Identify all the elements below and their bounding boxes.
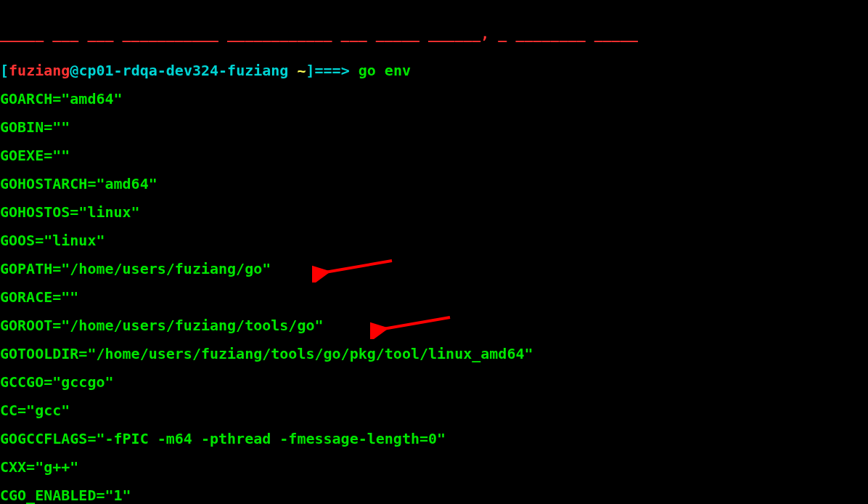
env-line: GCCGO="gccgo" [0,368,868,397]
prompt-user: fuziang [9,62,70,79]
env-line: CXX="g++" [0,453,868,481]
truncated-header-line: _____ ___ ___ ___________ ____________ _… [0,20,868,48]
env-line: GOHOSTARCH="amd64" [0,170,868,198]
prompt-tilde: ~ [297,62,306,79]
annotation-arrow-icon [312,256,399,283]
env-line: CGO_ENABLED="1" [0,481,868,504]
env-output: GOARCH="amd64"GOBIN=""GOEXE=""GOHOSTARCH… [0,85,868,504]
annotation-arrow-icon [370,313,457,339]
env-line: GOARCH="amd64" [0,85,868,113]
env-line: GOOS="linux" [0,227,868,255]
prompt-space [288,62,297,79]
env-line: GOGCCFLAGS="-fPIC -m64 -pthread -fmessag… [0,425,868,453]
env-line: GORACE="" [0,283,868,312]
prompt-host: cp01-rdqa-dev324-fuziang [78,62,288,79]
env-line: GOBIN="" [0,113,868,142]
env-line: GOHOSTOS="linux" [0,198,868,227]
env-line: CC="gcc" [0,397,868,425]
svg-line-3 [383,317,450,329]
prompt-at: @ [70,62,78,79]
env-line: GOROOT="/home/users/fuziang/tools/go" [0,312,868,340]
prompt-command: go env [350,62,411,79]
env-line: GOTOOLDIR="/home/users/fuziang/tools/go/… [0,340,868,368]
terminal-output[interactable]: _____ ___ ___ ___________ ____________ _… [0,0,868,504]
env-line: GOPATH="/home/users/fuziang/go" [0,255,868,283]
prompt-arrow: ===> [315,62,350,79]
svg-line-1 [325,261,392,272]
prompt-open-bracket: [ [0,62,9,79]
env-line: GOEXE="" [0,142,868,170]
prompt-close-bracket: ] [306,62,314,79]
prompt-line: [fuziang@cp01-rdqa-dev324-fuziang ~]===>… [0,57,868,85]
